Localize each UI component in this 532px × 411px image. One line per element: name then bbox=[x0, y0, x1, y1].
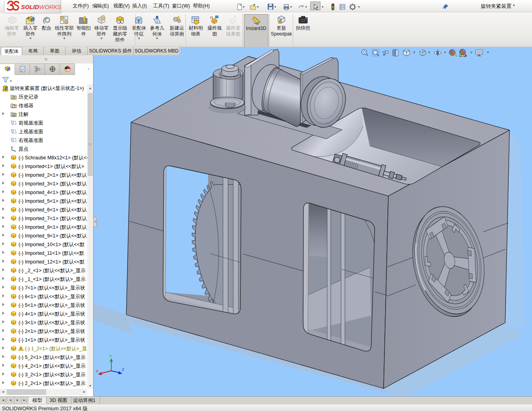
svg-text:SOLID: SOLID bbox=[21, 4, 39, 10]
svg-text:!: ! bbox=[279, 20, 281, 24]
svg-text:A: A bbox=[13, 114, 15, 116]
svg-text:X: X bbox=[96, 369, 98, 373]
svg-text:Y: Y bbox=[109, 354, 112, 358]
svg-text:Z: Z bbox=[122, 368, 124, 372]
svg-text:WORKS: WORKS bbox=[39, 4, 61, 10]
